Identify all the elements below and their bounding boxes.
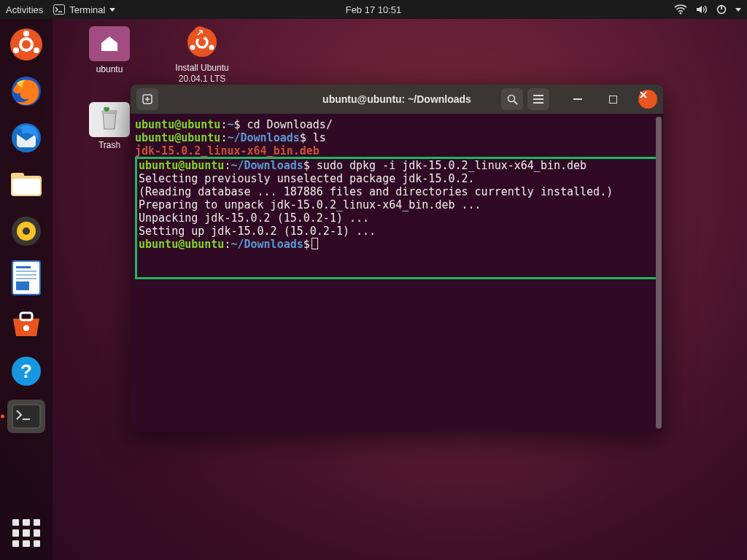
new-tab-button[interactable]: [136, 88, 158, 110]
svg-rect-27: [12, 405, 40, 428]
svg-point-32: [209, 45, 214, 50]
terminal-body[interactable]: ubuntu@ubuntu:~$ cd Downloads/ ubuntu@ub…: [131, 114, 663, 432]
dock-thunderbird[interactable]: [8, 120, 44, 156]
cursor: [311, 238, 318, 249]
svg-rect-21: [16, 278, 36, 279]
dock-files[interactable]: [8, 166, 44, 203]
chevron-down-icon: [109, 8, 115, 12]
svg-point-1: [680, 12, 682, 15]
terminal-title: ubuntu@ubuntu: ~/Downloads: [322, 93, 471, 105]
svg-rect-23: [20, 313, 32, 320]
top-bar: Activities Terminal Feb 17 10:51: [0, 0, 747, 19]
terminal-scrollbar[interactable]: [656, 117, 662, 429]
hamburger-menu-button[interactable]: [527, 88, 549, 110]
dpkg-out-5: Setting up jdk-15.0.2 (15.0.2-1) ...: [139, 225, 655, 238]
shortcut-arrow-icon: [193, 26, 206, 39]
dock-firefox[interactable]: [8, 73, 44, 109]
svg-rect-22: [16, 281, 29, 290]
volume-icon[interactable]: [696, 4, 708, 15]
terminal-window: ubuntu@ubuntu: ~/Downloads ubuntu@ubuntu…: [131, 85, 663, 432]
terminal-icon: [53, 4, 65, 15]
power-icon[interactable]: [716, 4, 727, 15]
desktop-home-folder[interactable]: ubuntu: [69, 26, 150, 75]
highlighted-block: ubuntu@ubuntu:~/Downloads$ sudo dpkg -i …: [135, 157, 659, 279]
svg-rect-13: [12, 179, 40, 195]
svg-point-24: [23, 325, 29, 331]
close-button[interactable]: [638, 90, 657, 109]
dock-terminal[interactable]: [7, 400, 45, 433]
svg-rect-19: [16, 271, 36, 272]
dpkg-out-3: Preparing to unpack jdk-15.0.2_linux-x64…: [139, 198, 655, 211]
maximize-icon: [609, 96, 617, 104]
dpkg-out-4: Unpacking jdk-15.0.2 (15.0.2-1) ...: [139, 211, 655, 225]
prompt-user: ubuntu@ubuntu: [135, 118, 220, 131]
cmd-dpkg: sudo dpkg -i jdk-15.0.2_linux-x64_bin.de…: [310, 159, 587, 172]
wifi-icon[interactable]: [674, 4, 687, 15]
desktop-install-ubuntu[interactable]: Install Ubuntu 20.04.1 LTS: [162, 25, 242, 85]
search-button[interactable]: [501, 88, 523, 110]
dock-rhythmbox[interactable]: [8, 213, 44, 249]
search-icon: [506, 93, 518, 105]
system-menu-chevron-icon[interactable]: [735, 8, 741, 12]
dock-ubuntu-software[interactable]: [8, 306, 44, 343]
svg-line-37: [514, 101, 517, 104]
svg-point-36: [508, 96, 515, 102]
cmd-cd: cd Downloads/: [241, 118, 333, 131]
dock: ?: [0, 19, 53, 560]
activities-button[interactable]: Activities: [6, 4, 43, 15]
terminal-titlebar[interactable]: ubuntu@ubuntu: ~/Downloads: [131, 85, 663, 114]
active-app-menu[interactable]: Terminal: [53, 4, 115, 15]
ls-output: jdk-15.0.2_linux-x64_bin.deb: [135, 144, 320, 158]
dock-ubuntu-logo[interactable]: [8, 26, 44, 63]
svg-rect-33: [101, 110, 117, 113]
svg-rect-0: [54, 5, 65, 15]
svg-point-8: [34, 47, 39, 53]
svg-point-16: [23, 228, 30, 235]
desktop-install-label-1: Install Ubuntu: [162, 63, 242, 74]
minimize-icon: [573, 98, 582, 100]
show-applications-button[interactable]: [12, 519, 40, 547]
active-app-label: Terminal: [69, 4, 105, 15]
svg-point-31: [190, 45, 196, 50]
clock[interactable]: Feb 17 10:51: [346, 4, 402, 15]
desktop-install-label-2: 20.04.1 LTS: [162, 74, 242, 85]
svg-text:?: ?: [20, 360, 32, 382]
desktop-home-label: ubuntu: [69, 64, 150, 75]
maximize-button[interactable]: [603, 90, 622, 109]
minimize-button[interactable]: [568, 90, 587, 109]
hamburger-icon: [533, 94, 544, 104]
svg-point-7: [13, 47, 19, 53]
close-icon: [638, 90, 649, 100]
svg-rect-20: [16, 274, 36, 276]
svg-rect-18: [16, 266, 31, 268]
dpkg-out-2: (Reading database ... 187886 files and d…: [139, 185, 655, 198]
dpkg-out-1: Selecting previously unselected package …: [139, 172, 655, 185]
svg-point-6: [23, 31, 29, 36]
dock-help[interactable]: ?: [8, 353, 44, 389]
cmd-ls: ls: [306, 131, 326, 144]
dock-libreoffice-writer[interactable]: [8, 260, 44, 296]
